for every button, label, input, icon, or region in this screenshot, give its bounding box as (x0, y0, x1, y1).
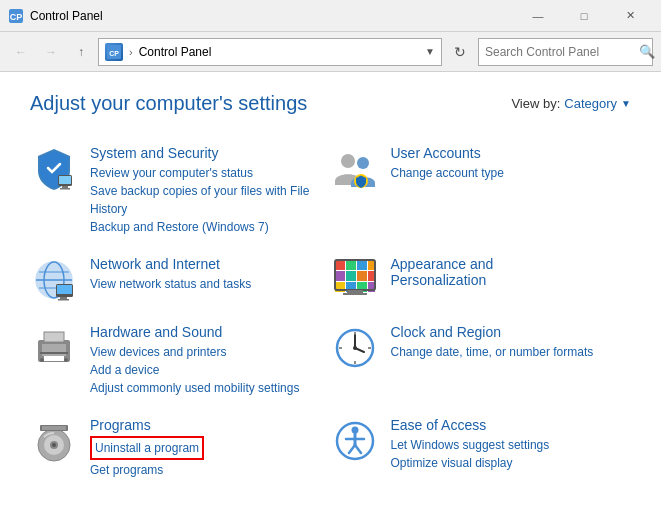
appearance-title[interactable]: Appearance andPersonalization (391, 256, 622, 288)
address-dropdown-arrow[interactable]: ▼ (425, 46, 435, 57)
clock-link-1[interactable]: Change date, time, or number formats (391, 343, 622, 361)
maximize-button[interactable]: □ (561, 0, 607, 32)
svg-point-8 (341, 154, 355, 168)
appearance-text: Appearance andPersonalization (391, 256, 622, 291)
hardware-link-3[interactable]: Adjust commonly used mobility settings (90, 379, 321, 397)
items-grid: System and Security Review your computer… (30, 135, 631, 489)
programs-title[interactable]: Programs (90, 417, 321, 433)
system-security-title[interactable]: System and Security (90, 145, 321, 161)
svg-rect-56 (42, 426, 66, 430)
hardware-icon (30, 324, 78, 372)
list-item: Appearance andPersonalization (331, 246, 632, 314)
programs-text: Programs Uninstall a program Get program… (90, 417, 321, 479)
hardware-link-2[interactable]: Add a device (90, 361, 321, 379)
svg-rect-36 (42, 344, 66, 356)
svg-rect-21 (346, 260, 356, 270)
hardware-title[interactable]: Hardware and Sound (90, 324, 321, 340)
viewby-control: View by: Category ▼ (511, 96, 631, 111)
programs-icon (30, 417, 78, 465)
network-icon (30, 256, 78, 304)
programs-link-uninstall[interactable]: Uninstall a program (90, 436, 204, 460)
svg-rect-38 (40, 352, 68, 354)
svg-rect-25 (346, 271, 356, 281)
list-item: User Accounts Change account type (331, 135, 632, 246)
page-title: Adjust your computer's settings (30, 92, 307, 115)
app-icon: CP (8, 8, 24, 24)
ease-access-text: Ease of Access Let Windows suggest setti… (391, 417, 622, 472)
clock-icon (331, 324, 379, 372)
address-text: Control Panel (139, 45, 419, 59)
svg-rect-18 (60, 297, 67, 299)
forward-button[interactable]: → (38, 39, 64, 65)
ease-access-icon (331, 417, 379, 465)
hardware-text: Hardware and Sound View devices and prin… (90, 324, 321, 397)
svg-rect-33 (347, 290, 363, 293)
user-accounts-title[interactable]: User Accounts (391, 145, 622, 161)
svg-rect-6 (62, 186, 68, 188)
system-link-2[interactable]: Save backup copies of your files with Fi… (90, 182, 321, 218)
user-accounts-icon (331, 145, 379, 193)
svg-point-46 (353, 346, 357, 350)
window-controls: — □ ✕ (515, 0, 653, 32)
svg-rect-5 (59, 176, 71, 184)
programs-link-get[interactable]: Get programs (90, 461, 321, 479)
svg-rect-7 (60, 188, 70, 190)
user-link-1[interactable]: Change account type (391, 164, 622, 182)
svg-point-40 (40, 358, 44, 362)
addressbar: ← → ↑ CP › Control Panel ▼ ↻ 🔍 (0, 32, 661, 72)
titlebar: CP Control Panel — □ ✕ (0, 0, 661, 32)
list-item: Ease of Access Let Windows suggest setti… (331, 407, 632, 489)
main-content: Adjust your computer's settings View by:… (0, 72, 661, 531)
viewby-arrow-icon[interactable]: ▼ (621, 98, 631, 109)
svg-point-54 (52, 443, 56, 447)
close-button[interactable]: ✕ (607, 0, 653, 32)
system-security-icon (30, 145, 78, 193)
refresh-button[interactable]: ↻ (446, 38, 474, 66)
svg-rect-20 (335, 260, 345, 270)
window-title: Control Panel (30, 9, 515, 23)
svg-rect-17 (57, 285, 72, 294)
list-item: Clock and Region Change date, time, or n… (331, 314, 632, 407)
hardware-link-1[interactable]: View devices and printers (90, 343, 321, 361)
list-item: System and Security Review your computer… (30, 135, 331, 246)
system-link-1[interactable]: Review your computer's status (90, 164, 321, 182)
viewby-label: View by: (511, 96, 560, 111)
list-item: Network and Internet View network status… (30, 246, 331, 314)
breadcrumb-sep: › (129, 46, 133, 58)
ease-link-1[interactable]: Let Windows suggest settings (391, 436, 622, 454)
svg-rect-22 (357, 260, 367, 270)
svg-text:CP: CP (10, 12, 23, 22)
network-link-1[interactable]: View network status and tasks (90, 275, 321, 293)
network-title[interactable]: Network and Internet (90, 256, 321, 272)
system-security-text: System and Security Review your computer… (90, 145, 321, 236)
svg-rect-24 (335, 271, 345, 281)
appearance-icon (331, 256, 379, 304)
svg-rect-27 (368, 271, 375, 281)
ease-access-title[interactable]: Ease of Access (391, 417, 622, 433)
svg-rect-34 (343, 293, 367, 295)
minimize-button[interactable]: — (515, 0, 561, 32)
clock-title[interactable]: Clock and Region (391, 324, 622, 340)
list-item: Hardware and Sound View devices and prin… (30, 314, 331, 407)
ease-link-2[interactable]: Optimize visual display (391, 454, 622, 472)
address-icon: CP (105, 43, 123, 61)
svg-rect-39 (44, 356, 64, 361)
search-input[interactable] (485, 45, 635, 59)
search-icon: 🔍 (639, 44, 655, 59)
back-button[interactable]: ← (8, 39, 34, 65)
svg-rect-26 (357, 271, 367, 281)
search-box[interactable]: 🔍 (478, 38, 653, 66)
up-button[interactable]: ↑ (68, 39, 94, 65)
svg-point-41 (64, 358, 68, 362)
network-text: Network and Internet View network status… (90, 256, 321, 293)
header-row: Adjust your computer's settings View by:… (30, 92, 631, 115)
svg-point-9 (357, 157, 369, 169)
list-item: Programs Uninstall a program Get program… (30, 407, 331, 489)
svg-rect-19 (58, 299, 69, 301)
viewby-dropdown[interactable]: Category (564, 96, 617, 111)
address-box[interactable]: CP › Control Panel ▼ (98, 38, 442, 66)
user-accounts-text: User Accounts Change account type (391, 145, 622, 182)
system-link-3[interactable]: Backup and Restore (Windows 7) (90, 218, 321, 236)
svg-rect-37 (44, 332, 64, 342)
clock-text: Clock and Region Change date, time, or n… (391, 324, 622, 361)
